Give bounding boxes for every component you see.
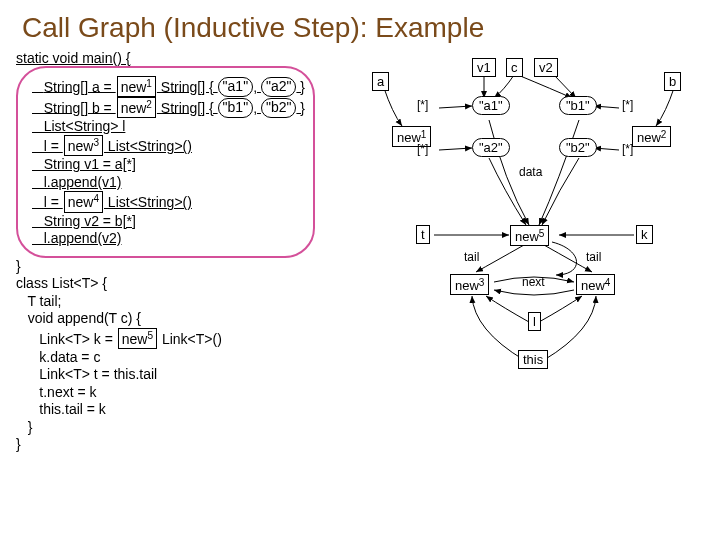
node-k: k [636, 225, 653, 244]
label-star: [*] [622, 142, 633, 156]
node-new2: new2 [632, 126, 671, 147]
node-c: c [506, 58, 523, 77]
node-b2: "b2" [559, 138, 597, 157]
highlighted-code: String[] a = new1 String[] { "a1", "a2" … [16, 66, 315, 258]
label-star: [*] [417, 142, 428, 156]
node-a: a [372, 72, 389, 91]
label-tail: tail [464, 250, 479, 264]
node-b: b [664, 72, 681, 91]
label-tail: tail [586, 250, 601, 264]
node-b1: "b1" [559, 96, 597, 115]
label-star: [*] [417, 98, 428, 112]
node-l: l [528, 312, 541, 331]
node-new5: new5 [510, 225, 549, 246]
label-data: data [519, 165, 542, 179]
node-a1: "a1" [472, 96, 510, 115]
node-this: this [518, 350, 548, 369]
node-v1: v1 [472, 58, 496, 77]
node-v2: v2 [534, 58, 558, 77]
node-t: t [416, 225, 430, 244]
call-graph: v1 c v2 a b [*] "a1" "b1" [*] new1 new2 … [354, 50, 698, 430]
code-block: static void main() { String[] a = new1 S… [16, 50, 346, 454]
page-title: Call Graph (Inductive Step): Example [22, 12, 704, 44]
label-next: next [522, 275, 545, 289]
node-a2: "a2" [472, 138, 510, 157]
node-new4: new4 [576, 274, 615, 295]
node-new3: new3 [450, 274, 489, 295]
label-star: [*] [622, 98, 633, 112]
